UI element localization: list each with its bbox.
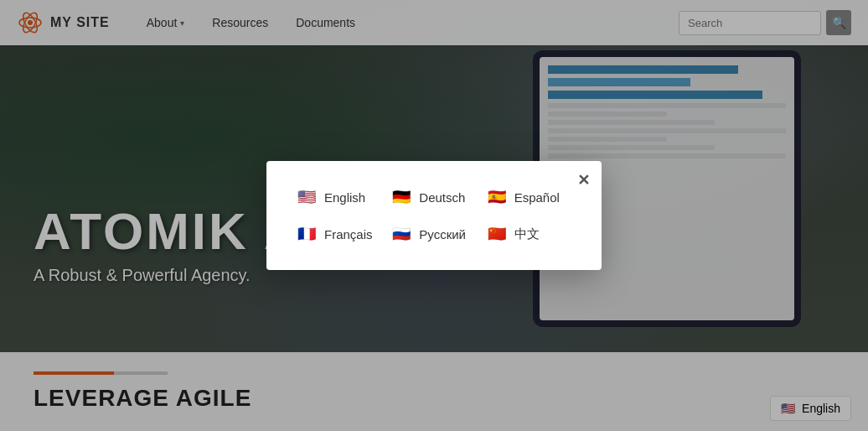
lang-item-espanol[interactable]: 🇪🇸 Español: [486, 186, 572, 208]
flag-francais: 🇫🇷: [296, 223, 318, 245]
flag-espanol: 🇪🇸: [486, 186, 508, 208]
flag-deutsch: 🇩🇪: [390, 186, 412, 208]
lang-item-deutsch[interactable]: 🇩🇪 Deutsch: [390, 186, 477, 208]
language-grid: 🇺🇸 English 🇩🇪 Deutsch 🇪🇸 Español 🇫🇷 Fran…: [296, 186, 572, 245]
flag-english: 🇺🇸: [296, 186, 318, 208]
lang-item-russian[interactable]: 🇷🇺 Русский: [390, 223, 477, 245]
language-modal: ✕ 🇺🇸 English 🇩🇪 Deutsch 🇪🇸 Español 🇫🇷 Fr…: [266, 161, 602, 270]
modal-overlay[interactable]: ✕ 🇺🇸 English 🇩🇪 Deutsch 🇪🇸 Español 🇫🇷 Fr…: [0, 0, 868, 431]
flag-chinese: 🇨🇳: [486, 223, 508, 245]
lang-item-english[interactable]: 🇺🇸 English: [296, 186, 382, 208]
lang-item-francais[interactable]: 🇫🇷 Français: [296, 223, 382, 245]
modal-close-button[interactable]: ✕: [577, 171, 590, 190]
flag-russian: 🇷🇺: [390, 223, 412, 245]
lang-item-chinese[interactable]: 🇨🇳 中文: [486, 223, 572, 245]
